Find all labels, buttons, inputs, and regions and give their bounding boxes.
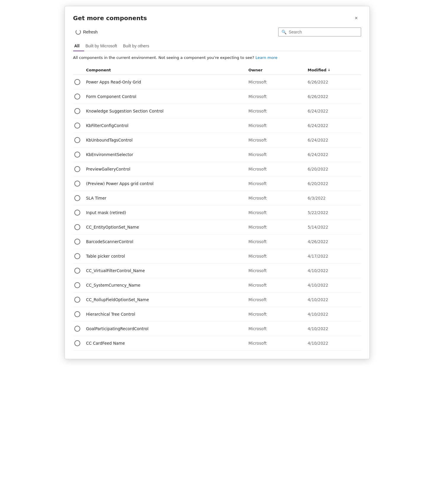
row-checkbox[interactable] <box>74 108 80 114</box>
row-checkbox-cell <box>73 340 86 346</box>
row-checkbox-cell <box>73 152 86 158</box>
row-component: Table picker control <box>86 254 249 259</box>
table-header: Component Owner Modified ↓ <box>73 65 361 75</box>
row-component: SLA Timer <box>86 196 249 200</box>
row-checkbox-cell <box>73 224 86 230</box>
tabs-container: All Built by Microsoft Built by others <box>73 41 361 51</box>
row-checkbox[interactable] <box>74 326 80 332</box>
row-modified: 4/10/2022 <box>308 297 361 302</box>
table-row[interactable]: Hierarchical Tree Control Microsoft 4/10… <box>73 307 361 322</box>
search-box: 🔍 <box>278 28 361 36</box>
table-row[interactable]: Input mask (retired) Microsoft 5/22/2022 <box>73 206 361 220</box>
row-checkbox-cell <box>73 282 86 288</box>
table-row[interactable]: PreviewGalleryControl Microsoft 6/20/202… <box>73 162 361 176</box>
row-checkbox[interactable] <box>74 268 80 274</box>
row-checkbox-cell <box>73 311 86 317</box>
row-checkbox[interactable] <box>74 210 80 216</box>
tab-built-by-microsoft[interactable]: Built by Microsoft <box>84 41 122 51</box>
row-checkbox[interactable] <box>74 181 80 187</box>
row-checkbox[interactable] <box>74 94 80 99</box>
row-component: KbUnboundTagsControl <box>86 138 249 142</box>
row-checkbox-cell <box>73 268 86 274</box>
table-row[interactable]: Knowledge Suggestion Section Control Mic… <box>73 104 361 118</box>
row-checkbox[interactable] <box>74 79 80 85</box>
dialog-header: Get more components × <box>73 13 361 23</box>
table-row[interactable]: Power Apps Read-Only Grid Microsoft 6/26… <box>73 75 361 89</box>
row-owner: Microsoft <box>249 341 308 346</box>
tab-all[interactable]: All <box>73 41 84 51</box>
column-modified[interactable]: Modified ↓ <box>308 68 361 72</box>
row-checkbox[interactable] <box>74 297 80 303</box>
row-owner: Microsoft <box>249 196 308 200</box>
row-modified: 4/10/2022 <box>308 268 361 273</box>
row-checkbox[interactable] <box>74 195 80 201</box>
row-checkbox-cell <box>73 123 86 129</box>
row-component: KbFilterConfigControl <box>86 123 249 128</box>
toolbar: Refresh 🔍 <box>73 28 361 36</box>
row-checkbox-cell <box>73 253 86 259</box>
row-component: BarcodeScannerControl <box>86 239 249 244</box>
row-owner: Microsoft <box>249 152 308 157</box>
row-checkbox-cell <box>73 195 86 201</box>
search-icon: 🔍 <box>281 30 286 34</box>
row-checkbox[interactable] <box>74 282 80 288</box>
table-row[interactable]: Table picker control Microsoft 4/17/2022 <box>73 249 361 264</box>
row-checkbox-cell <box>73 326 86 332</box>
row-modified: 6/26/2022 <box>308 94 361 99</box>
row-checkbox[interactable] <box>74 123 80 129</box>
table-row[interactable]: KbUnboundTagsControl Microsoft 6/24/2022 <box>73 133 361 147</box>
row-checkbox[interactable] <box>74 152 80 158</box>
row-checkbox-cell <box>73 166 86 172</box>
table-row[interactable]: KbEnvironmentSelector Microsoft 6/24/202… <box>73 147 361 162</box>
row-modified: 6/24/2022 <box>308 123 361 128</box>
table-body: Power Apps Read-Only Grid Microsoft 6/26… <box>73 75 361 351</box>
table-row[interactable]: Form Component Control Microsoft 6/26/20… <box>73 89 361 104</box>
row-component: CC_RollupFieldOptionSet_Name <box>86 297 249 302</box>
row-checkbox[interactable] <box>74 224 80 230</box>
table-row[interactable]: (Preview) Power Apps grid control Micros… <box>73 176 361 191</box>
table-row[interactable]: CC_RollupFieldOptionSet_Name Microsoft 4… <box>73 293 361 307</box>
table-row[interactable]: CC_SystemCurrency_Name Microsoft 4/10/20… <box>73 278 361 293</box>
close-button[interactable]: × <box>352 13 361 23</box>
info-bar: All components in the current environmen… <box>73 55 361 61</box>
row-modified: 6/20/2022 <box>308 167 361 171</box>
row-modified: 5/22/2022 <box>308 210 361 215</box>
row-owner: Microsoft <box>249 167 308 171</box>
row-owner: Microsoft <box>249 312 308 317</box>
row-checkbox[interactable] <box>74 166 80 172</box>
row-checkbox-cell <box>73 137 86 143</box>
column-owner: Owner <box>249 68 308 72</box>
row-modified: 6/26/2022 <box>308 80 361 84</box>
row-checkbox-cell <box>73 94 86 99</box>
tab-built-by-others[interactable]: Built by others <box>122 41 154 51</box>
table-row[interactable]: CC_VirtualFilterControl_Name Microsoft 4… <box>73 264 361 278</box>
table-row[interactable]: BarcodeScannerControl Microsoft 4/26/202… <box>73 235 361 249</box>
row-modified: 4/17/2022 <box>308 254 361 259</box>
row-owner: Microsoft <box>249 225 308 229</box>
row-checkbox[interactable] <box>74 239 80 245</box>
row-checkbox-cell <box>73 181 86 187</box>
table-row[interactable]: CC_EntityOptionSet_Name Microsoft 5/14/2… <box>73 220 361 235</box>
table-row[interactable]: CC CardFeed Name Microsoft 4/10/2022 <box>73 336 361 351</box>
sort-desc-icon: ↓ <box>328 68 330 72</box>
row-component: PreviewGalleryControl <box>86 167 249 171</box>
row-owner: Microsoft <box>249 254 308 259</box>
row-checkbox-cell <box>73 108 86 114</box>
row-checkbox-cell <box>73 79 86 85</box>
table-row[interactable]: GoalParticipatingRecordControl Microsoft… <box>73 322 361 336</box>
row-modified: 6/20/2022 <box>308 181 361 186</box>
search-input[interactable] <box>289 30 358 34</box>
refresh-button[interactable]: Refresh <box>73 28 100 36</box>
row-checkbox[interactable] <box>74 340 80 346</box>
row-owner: Microsoft <box>249 181 308 186</box>
row-owner: Microsoft <box>249 239 308 244</box>
row-modified: 4/10/2022 <box>308 312 361 317</box>
row-owner: Microsoft <box>249 109 308 113</box>
table-row[interactable]: SLA Timer Microsoft 6/3/2022 <box>73 191 361 206</box>
row-checkbox[interactable] <box>74 253 80 259</box>
row-checkbox[interactable] <box>74 137 80 143</box>
row-checkbox[interactable] <box>74 311 80 317</box>
learn-more-link[interactable]: Learn more <box>255 55 277 60</box>
table-row[interactable]: KbFilterConfigControl Microsoft 6/24/202… <box>73 118 361 133</box>
row-owner: Microsoft <box>249 297 308 302</box>
